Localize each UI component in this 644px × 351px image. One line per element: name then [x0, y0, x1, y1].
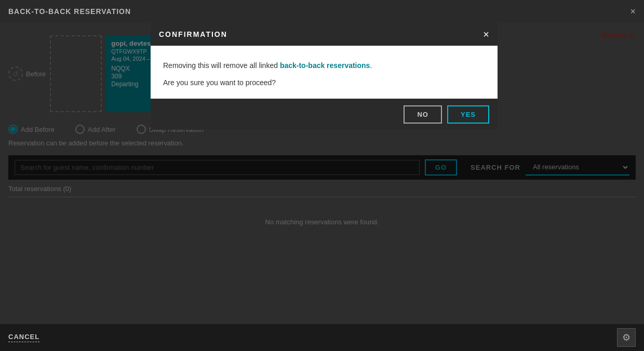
modal-line1-part2: . — [370, 61, 372, 70]
content-area: Remove All ↺ Before gopi, devtest QTFGWX… — [0, 23, 644, 324]
main-close-button[interactable]: × — [630, 7, 636, 16]
title-bar: BACK-TO-BACK RESERVATION × — [0, 0, 644, 23]
yes-button[interactable]: YES — [447, 105, 489, 124]
cancel-button[interactable]: CANCEL — [8, 333, 39, 342]
bottom-bar: CANCEL ⚙ — [0, 324, 644, 351]
modal-line1-highlight: back-to-back reservations — [280, 61, 370, 70]
no-button[interactable]: NO — [404, 105, 442, 124]
modal-title-bar: CONFIRMATION × — [151, 23, 498, 46]
modal-overlay: CONFIRMATION × Removing this will remove… — [0, 23, 644, 324]
modal-close-button[interactable]: × — [483, 29, 489, 39]
modal-line1-part1: Removing this will remove all linked — [163, 61, 280, 70]
main-title: BACK-TO-BACK RESERVATION — [8, 7, 131, 16]
gear-icon: ⚙ — [622, 332, 630, 343]
gear-button[interactable]: ⚙ — [617, 328, 636, 347]
modal-footer: NO YES — [151, 99, 498, 130]
main-window: BACK-TO-BACK RESERVATION × Remove All ↺ … — [0, 0, 644, 351]
modal-body: Removing this will remove all linked bac… — [151, 46, 498, 99]
confirmation-modal: CONFIRMATION × Removing this will remove… — [151, 23, 498, 130]
modal-line2: Are you sure you want to proceed? — [163, 77, 485, 88]
modal-line1: Removing this will remove all linked bac… — [163, 60, 485, 71]
modal-title: CONFIRMATION — [159, 30, 227, 38]
